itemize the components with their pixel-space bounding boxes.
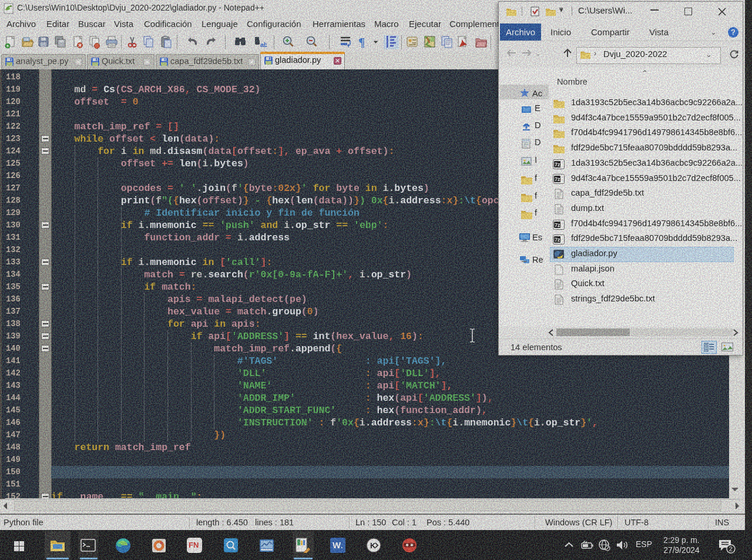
svg-text:7z: 7z <box>555 176 560 182</box>
svg-text:ab: ab <box>260 41 267 48</box>
svg-text:7z: 7z <box>555 237 560 243</box>
svg-text:¶: ¶ <box>358 35 365 49</box>
svg-text:2: 2 <box>729 546 733 552</box>
svg-text:7z: 7z <box>555 222 560 228</box>
svg-text:K: K <box>370 541 376 550</box>
svg-text:7z: 7z <box>555 162 560 167</box>
